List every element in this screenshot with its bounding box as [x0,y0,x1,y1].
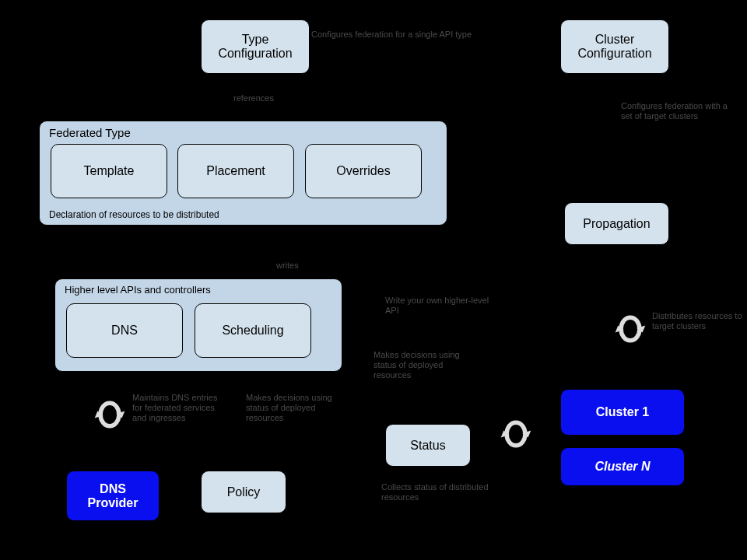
label-writes: writes [276,261,299,271]
cluster-configuration-box: Cluster Configuration [560,19,669,74]
federated-type-subtitle: Declaration of resources to be distribut… [49,209,219,220]
label-type-to-prop: Configures federation for a single API t… [311,30,506,40]
sync-icon-propagation [612,311,648,347]
policy-box: Policy [201,471,286,513]
sync-icon-status [498,416,534,452]
label-sched-status: Makes decisions using status of deployed… [374,350,482,381]
higher-apis-title: Higher level APIs and controllers [65,284,211,296]
label-references: references [233,93,274,103]
scheduling-box: Scheduling [195,303,311,358]
sync-icon-dns [92,397,128,432]
label-higher-api: Write your own higher-level API [385,296,494,316]
label-policy-sched: Makes decisions using status of deployed… [246,393,335,424]
label-cluster-to-prop: Configures federation with a set of targ… [621,101,738,121]
template-box: Template [51,144,167,198]
status-box: Status [385,424,471,467]
cluster-n-box: Cluster N [560,447,685,486]
dns-provider-box: DNS Provider [66,471,160,521]
label-status-collects: Collects status of distributed resources [381,482,506,502]
overrides-box: Overrides [305,144,422,198]
propagation-box: Propagation [564,202,669,245]
dns-box: DNS [66,303,183,358]
cluster-n-label: Cluster N [594,460,650,474]
label-dns-maintain: Maintains DNS entries for federated serv… [132,393,218,424]
type-configuration-box: Type Configuration [201,19,310,74]
label-prop-clusters: Distributes resources to target clusters [652,311,745,331]
cluster-1-box: Cluster 1 [560,389,685,436]
federated-type-title: Federated Type [49,126,131,139]
placement-box: Placement [177,144,294,198]
